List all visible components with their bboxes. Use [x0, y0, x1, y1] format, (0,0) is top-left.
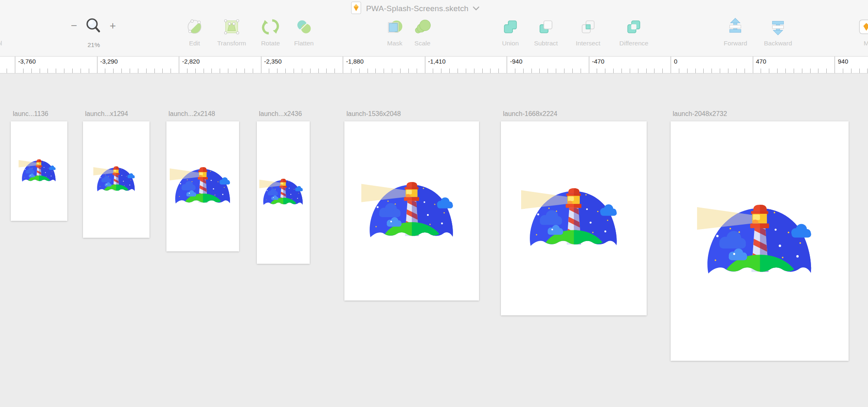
- scale-label: Scale: [415, 40, 431, 47]
- scale-button[interactable]: Scale: [413, 16, 432, 53]
- ruler-tick: [818, 69, 818, 73]
- ruler-tick: [253, 69, 253, 73]
- ruler-label: 0: [674, 58, 677, 65]
- artboard-launch-1668x2224[interactable]: [501, 121, 647, 315]
- ruler-tick: [646, 69, 647, 73]
- union-button[interactable]: Union: [501, 16, 520, 53]
- artboard-label[interactable]: launch...x2436: [259, 110, 302, 118]
- union-icon: [501, 16, 520, 38]
- ruler-tick: [187, 69, 187, 73]
- edit-button[interactable]: Edit: [185, 16, 204, 53]
- flatten-button[interactable]: Flatten: [294, 16, 313, 53]
- ruler-tick: [548, 69, 548, 73]
- ruler-tick: [794, 69, 794, 73]
- ruler-tick: [531, 69, 532, 73]
- artboard-label[interactable]: launch-1536x2048: [346, 110, 401, 118]
- artboard-launc1136[interactable]: [11, 121, 67, 221]
- clipped-right-toolbar-button[interactable]: M: [857, 16, 868, 53]
- ruler-tick: [244, 69, 245, 73]
- difference-icon: [624, 16, 643, 38]
- ruler-tick: [433, 69, 433, 73]
- ruler-tick: [23, 69, 24, 73]
- horizontal-ruler[interactable]: -3,760-3,290-2,820-2,350-1,880-1,410-940…: [0, 57, 868, 73]
- ruler-label: -3,760: [18, 58, 36, 65]
- rotate-label: Rotate: [261, 40, 280, 47]
- ruler-tick: [654, 69, 655, 73]
- ruler-tick: [556, 69, 556, 73]
- ruler-tick: [334, 69, 335, 73]
- ruler-tick: [810, 69, 811, 73]
- ruler-label: 470: [756, 58, 766, 65]
- ruler-tick: [179, 57, 179, 73]
- ruler-tick: [564, 69, 564, 73]
- zoom-level: 21%: [88, 41, 100, 48]
- mask-icon: [385, 16, 404, 38]
- difference-button[interactable]: Difference: [619, 16, 648, 53]
- sketch-document-icon: [350, 1, 362, 16]
- ruler-tick: [47, 69, 48, 73]
- ruler-tick: [343, 57, 343, 73]
- ruler-tick: [638, 69, 638, 73]
- move-forward-button[interactable]: Forward: [724, 16, 747, 53]
- ruler-tick: [121, 69, 122, 73]
- ruler-tick: [703, 69, 704, 73]
- ruler-tick: [375, 69, 376, 73]
- ruler-tick: [802, 69, 802, 73]
- clipped-left-toolbar-label: ol: [0, 40, 2, 47]
- artboard-launch-2048x2732[interactable]: [671, 121, 849, 361]
- artboard-launchx1294[interactable]: [83, 121, 149, 238]
- ruler-label: -1,410: [428, 58, 446, 65]
- zoom-in-button[interactable]: +: [107, 20, 119, 32]
- chevron-down-icon[interactable]: [473, 5, 480, 12]
- zoom-out-button[interactable]: −: [68, 20, 80, 32]
- ruler-tick: [31, 69, 32, 73]
- ruler-tick: [711, 69, 712, 73]
- ruler-tick: [621, 69, 622, 73]
- ruler-tick: [490, 69, 491, 73]
- ruler-tick: [392, 69, 392, 73]
- artboard-label[interactable]: launch...2x2148: [168, 110, 215, 118]
- ruler-tick: [867, 69, 868, 73]
- artboard-launch-1536x2048[interactable]: [344, 121, 479, 301]
- clipped-right-label: M: [864, 40, 868, 47]
- ruler-tick: [64, 69, 64, 73]
- artboard-launchx2436[interactable]: [257, 121, 310, 264]
- ruler-tick: [277, 69, 277, 73]
- artboard-label[interactable]: launch...x1294: [85, 110, 128, 118]
- ruler-tick: [728, 69, 728, 73]
- ruler-tick: [310, 69, 311, 73]
- edit-icon: [185, 16, 204, 38]
- move-backward-icon: [768, 16, 787, 38]
- mask-button[interactable]: Mask: [385, 16, 404, 53]
- ruler-tick: [498, 69, 499, 73]
- ruler-tick: [171, 69, 171, 73]
- ruler-tick: [162, 69, 163, 73]
- ruler-tick: [671, 57, 671, 73]
- ruler-label: 940: [838, 58, 848, 65]
- backward-label: Backward: [764, 40, 792, 47]
- artboard-launch2x2148[interactable]: [166, 121, 239, 251]
- ruler-tick: [417, 69, 417, 73]
- ruler-tick: [146, 69, 147, 73]
- lighthouse-illustration: [697, 205, 814, 277]
- lighthouse-illustration: [361, 182, 455, 240]
- rotate-button[interactable]: Rotate: [261, 16, 280, 53]
- transform-button[interactable]: Transform: [217, 16, 246, 53]
- ruler-tick: [211, 69, 212, 73]
- artboard-label[interactable]: launch-2048x2732: [673, 110, 727, 118]
- ruler-tick: [441, 69, 441, 73]
- artboard-label[interactable]: launc...1136: [13, 110, 48, 118]
- ruler-label: -2,820: [182, 58, 200, 65]
- ruler-tick: [56, 69, 56, 73]
- ruler-tick: [769, 69, 769, 73]
- subtract-button[interactable]: Subtract: [534, 16, 558, 53]
- edit-label: Edit: [189, 40, 200, 47]
- document-title-button[interactable]: PWA-Splash-Screens.sketch: [350, 2, 479, 16]
- ruler-tick: [597, 69, 597, 73]
- move-backward-button[interactable]: Backward: [764, 16, 792, 53]
- canvas[interactable]: launc...1136launch...x1294launch...2x214…: [0, 73, 868, 407]
- ruler-tick: [105, 69, 105, 73]
- artboard-label[interactable]: launch-1668x2224: [503, 110, 557, 118]
- ruler-tick: [449, 69, 450, 73]
- intersect-button[interactable]: Intersect: [576, 16, 600, 53]
